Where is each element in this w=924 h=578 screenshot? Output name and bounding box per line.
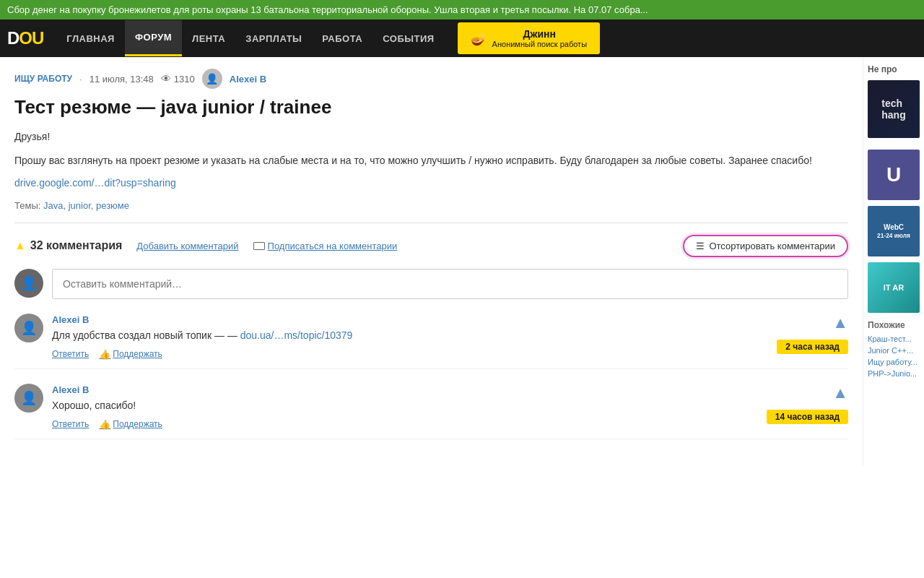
comment-meta-2: ▲ 14 часов назад	[767, 384, 848, 430]
comment-author-2[interactable]: Alexei B	[52, 384, 89, 395]
header: DOU ГЛАВНАЯ ФОРУМ ЛЕНТА ЗАРПЛАТЫ РАБОТА …	[0, 20, 924, 57]
comment-body-1: Alexei B Для удобства создал новый топик…	[52, 314, 768, 360]
nav: ГЛАВНАЯ ФОРУМ ЛЕНТА ЗАРПЛАТЫ РАБОТА СОБЫ…	[56, 20, 444, 56]
comment-time-1: 2 часа назад	[777, 340, 848, 354]
comment-time-2: 14 часов назад	[767, 410, 848, 424]
post-tags: Темы: Java, junior, резюме	[14, 200, 848, 211]
support-button-2[interactable]: 👍 Поддержать	[99, 419, 162, 430]
related-link-2[interactable]: Ищу работу...	[868, 358, 920, 366]
nav-salaries[interactable]: ЗАРПЛАТЫ	[235, 22, 312, 56]
comment-meta-1: ▲ 2 часа назад	[777, 314, 848, 360]
comments-count-label: 32 комментария	[30, 239, 123, 252]
itar-ad[interactable]: IT AR	[868, 262, 920, 313]
nav-events[interactable]: СОБЫТИЯ	[372, 22, 444, 56]
reply-button-1[interactable]: Ответить	[52, 349, 89, 359]
comment-body-2: Alexei B Хорошо, спасибо! Ответить 👍 Под…	[52, 384, 758, 430]
envelope-icon	[253, 242, 265, 250]
djinn-title: Джинн	[523, 28, 556, 40]
tag-java[interactable]: Java	[43, 200, 63, 211]
support-button-1[interactable]: 👍 Поддержать	[99, 349, 162, 360]
djinn-subtitle: Анонимный поиск работы	[492, 40, 587, 48]
nav-jobs[interactable]: РАБОТА	[312, 22, 372, 56]
tech-hang-ad[interactable]: techhang	[868, 80, 920, 138]
subscribe-link[interactable]: Подписаться на комментарии	[253, 241, 398, 251]
comment-author-1[interactable]: Alexei B	[52, 314, 89, 325]
tag-junior[interactable]: junior	[69, 200, 91, 211]
content-area: ИЩУ РАБОТУ · 11 июля, 13:48 👁 1310 👤 Ale…	[0, 57, 863, 465]
nav-feed[interactable]: ЛЕНТА	[182, 22, 235, 56]
sort-icon: ☰	[696, 241, 705, 251]
sidebar: Не про techhang U WebC21-24 июля IT AR П…	[863, 57, 924, 465]
reply-button-2[interactable]: Ответить	[52, 419, 89, 429]
sort-button[interactable]: ☰ Отсортировать комментарии	[683, 235, 848, 257]
category-link[interactable]: ИЩУ РАБОТУ	[14, 74, 72, 84]
comment-text-2: Хорошо, спасибо!	[52, 398, 758, 413]
post-body: Друзья! Прошу вас взглянуть на проект ре…	[14, 129, 848, 168]
related-link-1[interactable]: Junior C++...	[868, 346, 920, 355]
upwork-ad[interactable]: U	[868, 150, 920, 200]
banner-text: Сбор денег на покупку бронежилетов для р…	[7, 4, 648, 15]
drive-link[interactable]: drive.google.com/…dit?usp=sharing	[14, 177, 176, 189]
comment-link-1[interactable]: dou.ua/…ms/topic/10379	[240, 329, 353, 341]
comment-avatar-1: 👤	[14, 314, 43, 342]
post-date: 11 июля, 13:48	[90, 74, 154, 85]
thumb-icon-2: 👍	[99, 419, 110, 430]
not-passed-label: Не про	[868, 64, 920, 74]
comments-count: ▲ 32 комментария	[14, 239, 122, 252]
author-avatar-sm: 👤	[202, 69, 222, 89]
comments-header: ▲ 32 комментария Добавить комментарий По…	[14, 235, 848, 257]
comment-avatar-2: 👤	[14, 384, 43, 413]
vote-up-icon-2[interactable]: ▲	[832, 384, 848, 402]
related-section: Похожие Краш-тест... Junior C++... Ищу р…	[868, 320, 920, 378]
related-link-0[interactable]: Краш-тест...	[868, 335, 920, 343]
top-banner: Сбор денег на покупку бронежилетов для р…	[0, 0, 924, 20]
related-title: Похожие	[868, 320, 920, 330]
comment-text-1: Для удобства создал новый топик — — dou.…	[52, 328, 768, 343]
post-title: Тест резюме — java junior / trainee	[14, 96, 848, 118]
tag-resume[interactable]: резюме	[96, 200, 129, 211]
tech-hang-text: techhang	[881, 98, 905, 121]
comment-input-row: 👤	[14, 269, 848, 299]
meta-row: ИЩУ РАБОТУ · 11 июля, 13:48 👁 1310 👤 Ale…	[14, 69, 848, 89]
views-count: 👁 1310	[161, 73, 195, 85]
comment-input[interactable]	[52, 269, 848, 299]
add-comment-link[interactable]: Добавить комментарий	[136, 241, 238, 251]
post-intro: Друзья!	[14, 129, 848, 144]
vote-up-icon-1[interactable]: ▲	[832, 314, 848, 332]
up-arrow-icon[interactable]: ▲	[14, 239, 26, 252]
comment-item-2: 👤 Alexei B Хорошо, спасибо! Ответить 👍 П…	[14, 384, 848, 439]
comment-actions-1: Ответить 👍 Поддержать	[52, 349, 768, 360]
related-link-3[interactable]: PHP->Junio...	[868, 369, 920, 378]
post-main-text: Прошу вас взглянуть на проект резюме и у…	[14, 152, 848, 168]
eye-icon: 👁	[161, 73, 171, 85]
comment-actions-2: Ответить 👍 Поддержать	[52, 419, 758, 430]
divider	[14, 223, 848, 223]
thumb-icon-1: 👍	[99, 349, 110, 360]
djinn-button[interactable]: 🪔 Джинн Анонимный поиск работы	[458, 22, 600, 54]
nav-forum[interactable]: ФОРУМ	[125, 20, 182, 56]
lamp-icon: 🪔	[471, 30, 487, 46]
itar-text: IT AR	[884, 283, 904, 292]
main-container: ИЩУ РАБОТУ · 11 июля, 13:48 👁 1310 👤 Ale…	[0, 57, 924, 465]
comment-item: 👤 Alexei B Для удобства создал новый топ…	[14, 314, 848, 369]
user-avatar: 👤	[14, 269, 43, 298]
nav-home[interactable]: ГЛАВНАЯ	[56, 22, 125, 56]
logo[interactable]: DOU	[7, 28, 43, 48]
author-link[interactable]: Alexei B	[230, 74, 266, 85]
webconf-ad[interactable]: WebC21-24 июля	[868, 206, 920, 256]
upwork-icon: U	[886, 163, 901, 186]
webconf-text: WebC21-24 июля	[877, 223, 910, 239]
